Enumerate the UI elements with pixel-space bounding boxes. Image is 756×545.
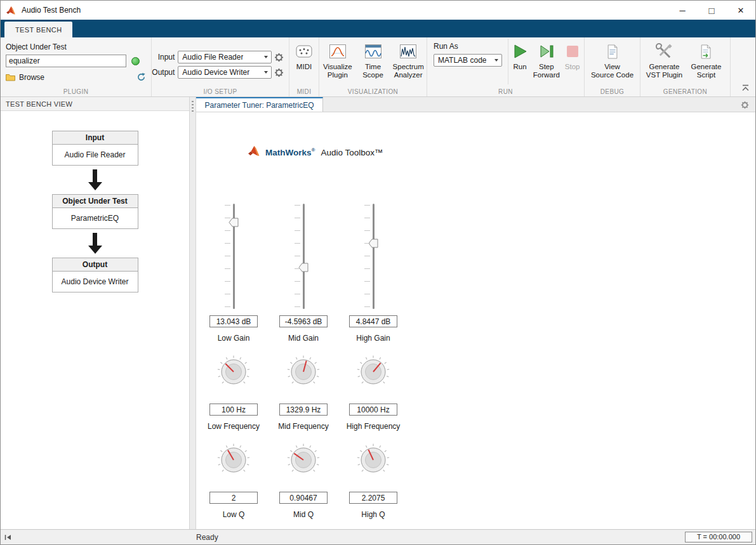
low-q-knob[interactable] — [216, 442, 251, 478]
diagram-block-title: Input — [53, 131, 138, 145]
collapse-left-panel-icon[interactable] — [4, 534, 12, 541]
diagram-output-block: Output Audio Device Writer — [52, 258, 138, 292]
generate-vst-plugin-button[interactable]: Generate VST Plugin — [644, 37, 686, 86]
mid-q-knob[interactable] — [286, 442, 321, 478]
diagram-object-under-test-block: Object Under Test ParametricEQ — [52, 194, 138, 229]
time-scope-label: Time Scope — [362, 63, 383, 79]
input-settings-gear-icon[interactable] — [274, 53, 284, 62]
mid-gain-label: Mid Gain — [288, 334, 319, 343]
mid-gain-slider[interactable] — [286, 202, 321, 310]
collapse-ribbon-icon[interactable] — [741, 82, 750, 94]
generate-script-button[interactable]: Generate Script — [686, 37, 727, 86]
slider-thumb[interactable] — [298, 263, 308, 272]
input-label: Input — [152, 53, 178, 62]
input-dropdown[interactable]: Audio File Reader — [178, 51, 272, 63]
low-gain-slider[interactable] — [216, 202, 251, 310]
signal-flow-diagram: Input Audio File Reader Object Under Tes… — [1, 131, 189, 292]
high-q-label: High Q — [361, 510, 385, 519]
midi-button-label: MIDI — [296, 63, 312, 71]
visualization-section-label: VISUALIZATION — [319, 88, 427, 95]
low-gain-field[interactable] — [209, 315, 258, 327]
tab-parameter-tuner[interactable]: Parameter Tuner: ParametricEQ — [196, 97, 323, 112]
high-band-column: High Gain High Frequency — [338, 202, 408, 519]
low-frequency-knob[interactable] — [216, 354, 251, 390]
spectrum-analyzer-label: Spectrum Analyzer — [393, 63, 424, 79]
slider-thumb[interactable] — [229, 218, 239, 227]
high-gain-slider[interactable] — [355, 202, 391, 310]
low-band-column: Low Gain Low Frequency — [199, 202, 269, 519]
simulation-timer: T = 00:00.000 — [685, 532, 752, 542]
run-button[interactable]: Run — [508, 37, 531, 86]
low-frequency-label: Low Frequency — [208, 422, 260, 431]
high-gain-field[interactable] — [349, 315, 397, 327]
maximize-button[interactable]: □ — [697, 1, 726, 20]
io-setup-section: Input Audio File Reader Output — [152, 37, 289, 96]
brand-logo: MathWorks® Audio Toolbox™ — [248, 145, 383, 159]
stop-label: Stop — [565, 63, 580, 71]
browse-button[interactable]: Browse — [6, 73, 44, 82]
input-dropdown-value: Audio File Reader — [182, 53, 243, 62]
time-scope-button[interactable]: Time Scope — [355, 37, 391, 86]
high-frequency-knob[interactable] — [355, 354, 391, 390]
high-q-field[interactable] — [349, 492, 397, 504]
midi-button[interactable]: MIDI — [290, 37, 318, 86]
visualize-plugin-icon — [329, 42, 347, 61]
diagram-block-value: Audio File Reader — [53, 145, 138, 165]
diagram-block-title: Object Under Test — [53, 195, 138, 208]
minimize-button[interactable]: ─ — [668, 1, 697, 20]
run-as-dropdown[interactable]: MATLAB code — [434, 54, 502, 67]
close-button[interactable]: ✕ — [726, 1, 755, 20]
source-code-document-icon — [606, 42, 620, 61]
parameter-tuner-canvas: MathWorks® Audio Toolbox™ Low Gain — [196, 112, 755, 529]
diagram-block-value: ParametricEQ — [53, 208, 138, 228]
plugin-section: Object Under Test Browse — [1, 37, 152, 96]
visualize-plugin-button[interactable]: Visualize Plugin — [320, 37, 355, 86]
step-forward-button[interactable]: Step Forward — [531, 37, 561, 86]
object-under-test-input[interactable] — [6, 55, 126, 67]
tab-options-gear-icon[interactable] — [741, 100, 749, 112]
mathworks-membrane-icon — [248, 145, 261, 159]
high-q-knob[interactable] — [355, 442, 391, 478]
mid-q-field[interactable] — [279, 492, 328, 504]
splitter-grip[interactable] — [192, 101, 194, 112]
output-settings-gear-icon[interactable] — [274, 68, 284, 77]
generation-section-label: GENERATION — [640, 88, 730, 95]
debug-section: View Source Code DEBUG — [585, 37, 640, 96]
tab-test-bench[interactable]: TEST BENCH — [4, 22, 72, 37]
low-frequency-field[interactable] — [209, 404, 258, 416]
output-label: Output — [152, 68, 178, 77]
mid-gain-field[interactable] — [279, 315, 328, 327]
content-area: TEST BENCH VIEW Input Audio File Reader … — [1, 97, 755, 529]
step-forward-icon — [538, 42, 555, 61]
view-source-code-button[interactable]: View Source Code — [589, 37, 636, 86]
folder-icon — [6, 74, 15, 81]
run-as-label: Run As — [434, 42, 508, 51]
mathworks-wordmark: MathWorks® — [265, 147, 315, 157]
plugin-valid-indicator — [131, 57, 140, 65]
spectrum-analyzer-button[interactable]: Spectrum Analyzer — [390, 37, 426, 86]
title-bar: Audio Test Bench ─ □ ✕ — [1, 1, 755, 20]
panel-splitter[interactable] — [189, 97, 196, 529]
chevron-down-icon — [264, 56, 268, 58]
low-q-field[interactable] — [209, 492, 258, 504]
midi-icon — [296, 42, 312, 61]
diagram-block-value: Audio Device Writer — [53, 272, 138, 292]
object-under-test-label: Object Under Test — [6, 43, 146, 51]
refresh-icon[interactable] — [136, 72, 146, 82]
visualize-plugin-label: Visualize Plugin — [323, 63, 352, 79]
window-controls: ─ □ ✕ — [668, 1, 755, 20]
run-label: Run — [514, 63, 527, 71]
output-dropdown[interactable]: Audio Device Writer — [178, 66, 272, 79]
output-dropdown-value: Audio Device Writer — [182, 68, 249, 77]
status-text: Ready — [196, 533, 218, 542]
high-frequency-field[interactable] — [349, 404, 397, 416]
mid-frequency-knob[interactable] — [286, 354, 321, 390]
slider-track — [373, 204, 375, 309]
stop-button[interactable]: Stop — [561, 37, 583, 86]
matlab-logo-icon — [6, 6, 17, 15]
midi-section-label: MIDI — [289, 88, 319, 95]
debug-section-label: DEBUG — [585, 88, 640, 95]
mid-frequency-field[interactable] — [279, 404, 328, 416]
generate-vst-plugin-label: Generate VST Plugin — [646, 63, 682, 79]
high-frequency-label: High Frequency — [347, 422, 401, 431]
